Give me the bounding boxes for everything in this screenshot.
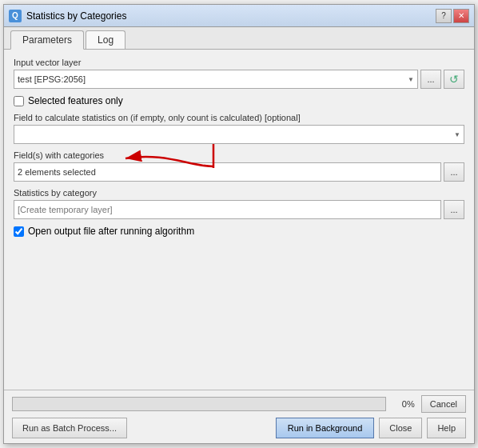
input-vector-layer-group: Input vector layer test [EPSG:2056] ▼ ..… (14, 58, 464, 89)
progress-row: 0% Cancel (12, 395, 466, 413)
title-buttons: ? ✕ (436, 9, 469, 23)
tab-parameters[interactable]: Parameters (10, 30, 84, 50)
window-title: Statistics by Categories (26, 10, 126, 22)
input-vector-refresh-button[interactable]: ↺ (444, 70, 464, 89)
statistics-by-category-label: Statistics by category (14, 188, 464, 198)
bottom-bar: 0% Cancel Run as Batch Process... Run in… (4, 390, 474, 443)
close-title-button[interactable]: ✕ (453, 9, 469, 23)
field-calc-group: Field to calculate statistics on (if emp… (14, 113, 464, 144)
input-vector-layer-value: test [EPSG:2056] (18, 74, 86, 84)
field-calc-row: ▼ (14, 125, 464, 144)
statistics-by-category-input[interactable] (14, 200, 441, 219)
empty-space (14, 243, 464, 371)
combo-arrow-icon: ▼ (408, 76, 414, 83)
field-calc-label: Field to calculate statistics on (if emp… (14, 113, 464, 122)
input-vector-layer-row: test [EPSG:2056] ▼ ... ↺ (14, 70, 464, 89)
field-calc-combo[interactable]: ▼ (14, 125, 464, 144)
tab-log[interactable]: Log (86, 30, 125, 49)
statistics-by-category-dots-button[interactable]: ... (444, 200, 464, 219)
fields-with-categories-combo[interactable]: 2 elements selected (14, 162, 441, 182)
field-calc-arrow-icon: ▼ (454, 131, 460, 138)
open-output-label: Open output file after running algorithm (28, 226, 194, 237)
help-title-button[interactable]: ? (436, 9, 452, 23)
close-button[interactable]: Close (379, 418, 422, 438)
fields-with-categories-row: 2 elements selected ... (14, 162, 464, 182)
input-vector-dots-button[interactable]: ... (420, 70, 441, 89)
fields-with-categories-group: Field(s) with categories 2 elements sele… (14, 150, 464, 182)
help-button[interactable]: Help (427, 418, 466, 438)
progress-bar-container (12, 397, 386, 411)
run-in-background-button[interactable]: Run in Background (276, 418, 375, 438)
open-output-checkbox[interactable] (14, 226, 24, 237)
statistics-by-category-group: Statistics by category ... (14, 188, 464, 219)
input-vector-layer-label: Input vector layer (14, 58, 464, 67)
selected-features-checkbox[interactable] (14, 96, 24, 106)
parameters-content: Input vector layer test [EPSG:2056] ▼ ..… (4, 50, 474, 390)
fields-with-categories-dots-button[interactable]: ... (444, 162, 464, 182)
title-bar-left: Q Statistics by Categories (9, 10, 126, 22)
open-output-row: Open output file after running algorithm (14, 226, 464, 237)
statistics-by-category-row: ... (14, 200, 464, 219)
fields-with-categories-value: 2 elements selected (18, 167, 96, 177)
selected-features-label: Selected features only (28, 95, 123, 106)
input-vector-layer-combo[interactable]: test [EPSG:2056] ▼ (14, 70, 418, 89)
tab-bar: Parameters Log (4, 27, 474, 50)
cancel-button[interactable]: Cancel (421, 395, 466, 413)
title-bar: Q Statistics by Categories ? ✕ (4, 5, 474, 27)
selected-features-row: Selected features only (14, 95, 464, 106)
action-row: Run as Batch Process... Run in Backgroun… (12, 418, 466, 438)
fields-with-categories-label: Field(s) with categories (14, 150, 464, 160)
app-icon: Q (9, 10, 22, 22)
main-window: Q Statistics by Categories ? ✕ Parameter… (3, 4, 475, 444)
batch-process-button[interactable]: Run as Batch Process... (12, 418, 127, 438)
progress-label: 0% (392, 399, 415, 409)
